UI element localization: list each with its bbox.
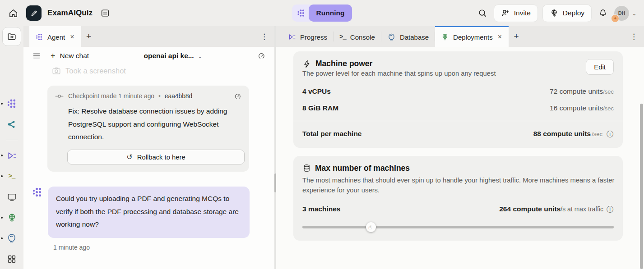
usage-gauge-button[interactable] — [257, 52, 266, 60]
checkpoint-card: Checkpoint made 1 minute ago • eaa4bb8d … — [47, 86, 249, 172]
screenshot-event-label: Took a screenshot — [65, 67, 126, 75]
rail-item-progress[interactable] — [6, 150, 17, 161]
close-icon[interactable]: × — [69, 33, 75, 41]
tab-options-kebab-icon[interactable]: ⋮ — [624, 26, 644, 47]
deploy-button-label: Deploy — [563, 9, 584, 17]
active-dot — [1, 217, 3, 219]
workspace-layout-button[interactable] — [98, 6, 112, 20]
max-machines-card: Max number of machines The most machines… — [293, 156, 623, 240]
deploy-globe-icon — [7, 213, 17, 223]
max-machines-slider[interactable]: ☝ — [302, 222, 614, 232]
chat-selector[interactable]: openai api ke... ⌄ — [89, 52, 257, 60]
active-dot — [1, 237, 3, 239]
close-icon[interactable]: × — [497, 33, 503, 41]
spec-value: 72 compute units/sec — [550, 87, 614, 96]
camera-icon — [51, 66, 61, 76]
monitor-icon — [7, 192, 17, 202]
tab-console[interactable]: >_ Console — [334, 26, 381, 47]
search-icon — [477, 8, 487, 18]
avatar-spark-badge: ✦ — [611, 14, 619, 23]
total-label: Total per machine — [302, 130, 362, 138]
checkpoint-icon — [55, 91, 64, 101]
avatar: DH ✦ — [614, 6, 629, 21]
console-icon: >_ — [9, 173, 15, 180]
hand-cursor-icon: ☝ — [368, 224, 372, 231]
avatar-initials: DH — [618, 10, 625, 16]
separator-dot: • — [158, 93, 161, 100]
new-tab-button[interactable]: + — [81, 26, 97, 47]
spec-value-text: 16 compute units — [550, 104, 603, 112]
progress-icon — [7, 150, 17, 161]
screenshot-event: Took a screenshot — [51, 66, 274, 76]
rail-item-deployments[interactable] — [6, 212, 17, 223]
progress-icon — [288, 33, 296, 41]
deploy-globe-icon — [441, 33, 449, 41]
status-badge[interactable]: Running — [292, 5, 352, 22]
spec-unit: /sec — [603, 105, 614, 112]
total-value-wrap: 88 compute units /sec ⓘ — [533, 130, 614, 139]
spec-value: 16 compute units/sec — [550, 104, 614, 112]
chat-header: + New chat openai api ke... ⌄ — [23, 47, 274, 65]
tab-deployments[interactable]: Deployments × — [435, 26, 509, 47]
deploy-button[interactable]: Deploy — [542, 5, 592, 22]
status-badge-label: Running — [309, 5, 352, 22]
rail-item-webview[interactable] — [6, 191, 17, 202]
topbar: ExamAIQuiz Running Invite — [0, 0, 644, 26]
tab-database[interactable]: Database — [381, 26, 435, 47]
spec-row-cpu: 4 vCPUs 72 compute units/sec — [302, 87, 614, 96]
chevron-down-icon: ⌄ — [632, 10, 637, 16]
file-tree-toggle-button[interactable] — [2, 27, 21, 46]
checkpoint-label: Checkpoint made 1 minute ago — [68, 93, 154, 100]
spec-label: 8 GiB RAM — [302, 104, 338, 112]
slider-handle[interactable]: ☝ — [366, 222, 376, 232]
list-icon — [32, 51, 41, 60]
max-machines-header: Max number of machines — [302, 164, 614, 173]
rail-item-assistant[interactable] — [6, 119, 17, 130]
total-unit: /sec — [592, 131, 602, 137]
home-button[interactable] — [6, 6, 20, 20]
left-tabstrip: Agent × + ⋮ — [23, 26, 274, 47]
new-tab-button[interactable]: + — [509, 26, 524, 47]
right-panel-scrollbar[interactable] — [640, 104, 643, 269]
rollback-button[interactable]: ↺ Rollback to here — [67, 150, 245, 164]
chat-history-button[interactable] — [32, 51, 41, 60]
tab-progress[interactable]: Progress — [282, 26, 333, 47]
active-dot — [1, 175, 3, 177]
left-rail: >_ — [0, 26, 23, 269]
message-timestamp: 1 minute ago — [53, 244, 274, 251]
rail-item-all-tools[interactable] — [6, 254, 17, 264]
spec-row-ram: 8 GiB RAM 16 compute units/sec — [302, 104, 614, 112]
invite-button[interactable]: Invite — [494, 5, 538, 22]
app-title: ExamAIQuiz — [47, 9, 93, 18]
spec-label: 4 vCPUs — [302, 87, 331, 96]
slider-track[interactable] — [302, 226, 614, 228]
search-button[interactable] — [476, 6, 489, 20]
usage-gauge-button[interactable] — [234, 92, 242, 100]
tab-label: Database — [400, 33, 429, 41]
rail-item-agent[interactable] — [6, 98, 17, 109]
usage-gauge-icon — [257, 52, 266, 60]
database-postgres-icon — [387, 33, 396, 41]
agent-icon — [32, 187, 43, 198]
rail-item-database[interactable] — [6, 233, 17, 244]
rollback-button-label: Rollback to here — [137, 154, 185, 161]
card-description: The most machines that should ever spin … — [302, 175, 618, 195]
active-dot — [1, 155, 3, 156]
notifications-button[interactable] — [596, 6, 610, 20]
tab-agent[interactable]: Agent × — [29, 26, 81, 47]
rail-divider — [6, 140, 18, 140]
workspace-panel: Progress >_ Console Database Deployments — [276, 26, 644, 269]
home-icon — [8, 8, 19, 18]
card-title-wrap: Machine power — [302, 59, 372, 68]
chat-message-bubble: Could you try uploading a PDF and genera… — [48, 187, 250, 238]
info-icon[interactable]: ⓘ — [607, 130, 614, 139]
account-menu[interactable]: DH ✦ ⌄ — [614, 6, 638, 21]
new-chat-button[interactable]: + New chat — [51, 51, 89, 61]
rail-item-console[interactable]: >_ — [6, 171, 17, 182]
info-icon[interactable]: ⓘ — [607, 205, 614, 214]
usage-gauge-icon — [234, 92, 242, 100]
tab-options-kebab-icon[interactable]: ⋮ — [254, 26, 274, 47]
edit-button[interactable]: Edit — [586, 59, 614, 75]
invite-person-icon — [501, 9, 510, 18]
rate-wrap: 264 compute units /s at max traffic ⓘ — [499, 205, 614, 214]
